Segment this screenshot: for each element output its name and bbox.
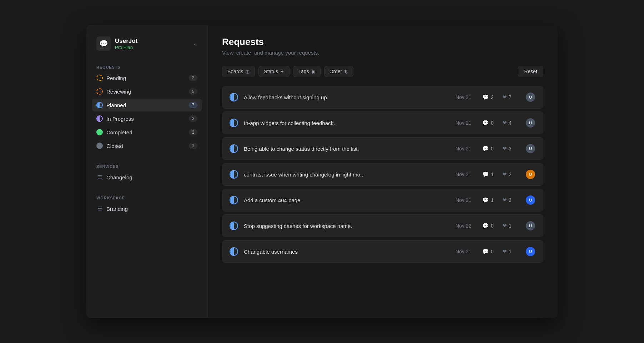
- workspace-info: 💬 UserJot Pro Plan: [96, 36, 137, 51]
- closed-icon: [96, 143, 103, 149]
- order-button[interactable]: Order ⇅: [324, 66, 354, 77]
- request-item[interactable]: contrast issue when writing changelog in…: [222, 163, 543, 186]
- order-icon: ⇅: [344, 69, 348, 74]
- comment-stat: 💬 1: [482, 171, 495, 178]
- pending-label: Pending: [106, 75, 126, 81]
- like-count: 2: [509, 197, 512, 203]
- like-count: 1: [509, 249, 512, 254]
- request-item[interactable]: Changable usernames Nov 21 💬 0 ❤ 1 U: [222, 240, 543, 263]
- like-count: 2: [509, 172, 512, 177]
- workspace-header[interactable]: 💬 UserJot Pro Plan ⌄: [92, 34, 202, 54]
- avatar-group: U: [525, 220, 536, 231]
- branding-icon: ☰: [96, 205, 103, 212]
- boards-label: Boards: [227, 69, 243, 74]
- sidebar-item-closed[interactable]: Closed 1: [92, 139, 202, 152]
- comment-stat: 💬 1: [482, 197, 495, 203]
- boards-button[interactable]: Boards ◫: [222, 66, 255, 77]
- requests-section: REQUESTS Pending 2 Reviewing 5: [92, 64, 202, 153]
- like-count: 4: [509, 120, 512, 126]
- planned-icon: [96, 102, 103, 108]
- request-title: Add a custom 404 page: [244, 197, 450, 203]
- services-section-label: SERVICES: [92, 164, 202, 169]
- like-stat: ❤ 3: [502, 145, 515, 152]
- like-stat: ❤ 2: [502, 171, 515, 178]
- request-date: Nov 21: [456, 249, 475, 254]
- avatar: U: [525, 92, 536, 103]
- request-date: Nov 21: [456, 120, 475, 126]
- changelog-icon: ☰: [96, 174, 103, 180]
- workspace-logo: 💬: [96, 36, 111, 51]
- comment-icon: 💬: [482, 171, 489, 178]
- request-date: Nov 21: [456, 172, 475, 177]
- request-status-planned-icon: [230, 119, 238, 127]
- comment-icon: 💬: [482, 223, 489, 229]
- request-status-planned-icon: [230, 93, 238, 101]
- request-date: Nov 21: [456, 94, 475, 100]
- request-date: Nov 22: [456, 223, 475, 229]
- request-item[interactable]: Stop suggesting dashes for workspace nam…: [222, 214, 543, 237]
- like-stat: ❤ 2: [502, 197, 515, 203]
- sidebar-item-branding[interactable]: ☰ Branding: [92, 202, 202, 215]
- request-date: Nov 21: [456, 146, 475, 151]
- avatar-group: U: [525, 195, 536, 205]
- pending-badge: 2: [189, 75, 197, 81]
- avatar-group: U: [525, 246, 536, 257]
- sidebar-item-planned[interactable]: Planned 7: [92, 99, 202, 111]
- page-header: Requests View, create, and manage your r…: [222, 36, 543, 56]
- services-section: SERVICES ☰ Changelog: [92, 163, 202, 184]
- completed-icon: [96, 129, 103, 135]
- avatar: U: [525, 169, 536, 180]
- comment-stat: 💬 0: [482, 120, 495, 126]
- tags-button[interactable]: Tags ◉: [293, 66, 321, 77]
- request-meta: Nov 21 💬 0 ❤ 4 U: [456, 118, 536, 128]
- request-list: Allow feedbacks without signing up Nov 2…: [222, 86, 543, 263]
- inprogress-badge: 3: [189, 115, 197, 122]
- like-icon: ❤: [502, 94, 507, 100]
- comment-icon: 💬: [482, 197, 489, 203]
- sidebar-item-completed[interactable]: Completed 2: [92, 126, 202, 139]
- comment-stat: 💬 2: [482, 94, 495, 100]
- request-item[interactable]: Add a custom 404 page Nov 21 💬 1 ❤ 2 U: [222, 189, 543, 212]
- status-icon: ✦: [280, 69, 284, 74]
- avatar-group: U: [525, 169, 536, 180]
- request-meta: Nov 21 💬 0 ❤ 3 U: [456, 143, 536, 154]
- request-item[interactable]: Being able to change status directly fro…: [222, 137, 543, 160]
- sidebar-item-changelog[interactable]: ☰ Changelog: [92, 171, 202, 184]
- request-item[interactable]: Allow feedbacks without signing up Nov 2…: [222, 86, 543, 109]
- sidebar: 💬 UserJot Pro Plan ⌄ REQUESTS Pending 2: [86, 25, 208, 318]
- like-icon: ❤: [502, 223, 507, 229]
- pending-icon: [96, 75, 103, 81]
- comment-count: 1: [491, 197, 494, 203]
- avatar: U: [525, 143, 536, 154]
- request-status-planned-icon: [230, 222, 238, 230]
- comment-count: 0: [491, 120, 494, 126]
- request-title: In-app widgets for collecting feedback.: [244, 120, 450, 126]
- request-title: Stop suggesting dashes for workspace nam…: [244, 223, 450, 229]
- sidebar-item-reviewing[interactable]: Reviewing 5: [92, 85, 202, 98]
- request-status-planned-icon: [230, 144, 238, 153]
- comment-count: 2: [491, 94, 494, 100]
- request-status-planned-icon: [230, 170, 238, 179]
- sidebar-item-inprogress[interactable]: In Progress 3: [92, 112, 202, 125]
- avatar-group: U: [525, 118, 536, 128]
- reviewing-badge: 5: [189, 88, 197, 95]
- completed-label: Completed: [106, 129, 132, 135]
- app-window: 💬 UserJot Pro Plan ⌄ REQUESTS Pending 2: [86, 25, 558, 318]
- boards-icon: ◫: [245, 69, 250, 74]
- reset-button[interactable]: Reset: [518, 66, 543, 77]
- workspace-section-label: WORKSPACE: [92, 196, 202, 200]
- order-label: Order: [329, 69, 342, 74]
- chevron-down-icon: ⌄: [193, 41, 197, 46]
- request-meta: Nov 21 💬 1 ❤ 2 U: [456, 195, 536, 205]
- request-item[interactable]: In-app widgets for collecting feedback. …: [222, 111, 543, 134]
- comment-icon: 💬: [482, 248, 489, 255]
- request-meta: Nov 21 💬 1 ❤ 2 U: [456, 169, 536, 180]
- like-icon: ❤: [502, 171, 507, 178]
- sidebar-item-pending[interactable]: Pending 2: [92, 71, 202, 84]
- like-count: 1: [509, 223, 512, 229]
- comment-icon: 💬: [482, 145, 489, 152]
- page-subtitle: View, create, and manage your requests.: [222, 50, 543, 56]
- like-icon: ❤: [502, 145, 507, 152]
- status-button[interactable]: Status ✦: [258, 66, 290, 77]
- request-title: Being able to change status directly fro…: [244, 146, 450, 152]
